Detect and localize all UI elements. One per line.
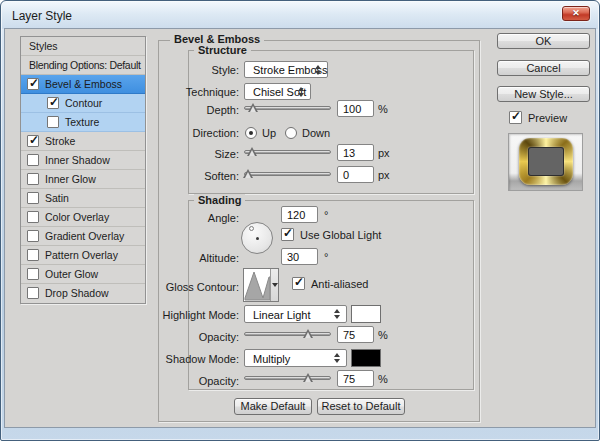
sidebar-item-outer-glow[interactable]: Outer Glow	[21, 265, 145, 284]
checkbox-drop-shadow[interactable]	[27, 287, 39, 299]
highlight-opacity-input[interactable]	[337, 326, 374, 343]
checkbox-inner-glow[interactable]	[27, 173, 39, 185]
close-icon: ✕	[572, 8, 580, 18]
titlebar[interactable]: Layer Style	[2, 2, 598, 29]
sidebar-item-texture[interactable]: Texture	[21, 113, 145, 132]
checkbox-contour[interactable]: ✓	[47, 97, 59, 109]
contour-dropdown-arrow-icon[interactable]	[270, 269, 278, 301]
highlight-opacity-label: Opacity:	[147, 331, 239, 343]
altitude-input[interactable]	[281, 248, 318, 265]
checkbox-stroke[interactable]: ✓	[27, 135, 39, 147]
close-button[interactable]: ✕	[562, 6, 590, 21]
altitude-label: Altitude:	[147, 252, 239, 264]
combo-arrows-icon	[315, 65, 322, 75]
slider-thumb[interactable]	[243, 169, 253, 178]
preview-gold-bevel	[519, 138, 573, 185]
checkbox-color-overlay[interactable]	[27, 211, 39, 223]
gloss-contour-label: Gloss Contour:	[147, 281, 239, 293]
checkbox-outer-glow[interactable]	[27, 268, 39, 280]
slider-thumb[interactable]	[303, 373, 313, 382]
anti-aliased-label: Anti-aliased	[311, 278, 368, 290]
contour-thumbnail-icon	[244, 269, 271, 301]
depth-label: Depth:	[155, 104, 239, 116]
technique-dropdown[interactable]: Chisel Soft	[244, 83, 311, 100]
shadow-mode-label: Shadow Mode:	[147, 353, 239, 365]
checkbox-satin[interactable]	[27, 192, 39, 204]
angle-dial[interactable]	[241, 222, 273, 254]
new-style-button[interactable]: New Style...	[497, 86, 590, 102]
shading-title: Shading	[194, 194, 245, 206]
combo-arrows-icon	[334, 353, 341, 363]
dial-angle-marker[interactable]	[249, 226, 254, 231]
use-global-light-checkbox[interactable]: ✓	[281, 228, 294, 241]
sidebar-item-satin[interactable]: Satin	[21, 189, 145, 208]
sidebar-item-color-overlay[interactable]: Color Overlay	[21, 208, 145, 227]
highlight-color-swatch[interactable]	[351, 305, 381, 323]
technique-label: Technique:	[155, 86, 239, 98]
angle-label: Angle:	[147, 212, 239, 224]
direction-down-radio[interactable]	[285, 127, 297, 139]
shadow-opacity-label: Opacity:	[147, 375, 239, 387]
checkbox-inner-shadow[interactable]	[27, 154, 39, 166]
checkbox-gradient-overlay[interactable]	[27, 230, 39, 242]
size-slider[interactable]	[244, 145, 331, 159]
structure-title: Structure	[194, 44, 251, 56]
shadow-opacity-slider[interactable]	[244, 371, 331, 385]
shadow-mode-dropdown[interactable]: Multiply	[244, 349, 347, 367]
sidebar-item-inner-glow[interactable]: Inner Glow	[21, 170, 145, 189]
sidebar-item-gradient-overlay[interactable]: Gradient Overlay	[21, 227, 145, 246]
direction-up-radio[interactable]	[245, 127, 257, 139]
direction-label: Direction:	[155, 127, 239, 139]
dial-center-dot	[256, 237, 259, 240]
checkbox-pattern-overlay[interactable]	[27, 249, 39, 261]
checkbox-bevel-emboss[interactable]: ✓	[27, 78, 39, 90]
depth-input[interactable]	[337, 100, 374, 117]
shadow-opacity-input[interactable]	[337, 370, 374, 387]
direction-down-label: Down	[302, 127, 330, 139]
use-global-light-label: Use Global Light	[300, 229, 381, 241]
sidebar-item-bevel-emboss[interactable]: ✓ Bevel & Emboss	[21, 75, 145, 94]
size-input[interactable]	[337, 144, 374, 161]
preview-label: Preview	[528, 112, 567, 124]
slider-thumb[interactable]	[248, 103, 258, 112]
highlight-opacity-slider[interactable]	[244, 327, 331, 341]
slider-track[interactable]	[244, 172, 331, 176]
sidebar-item-pattern-overlay[interactable]: Pattern Overlay	[21, 246, 145, 265]
sidebar-item-inner-shadow[interactable]: Inner Shadow	[21, 151, 145, 170]
sidebar-item-drop-shadow[interactable]: Drop Shadow	[21, 284, 145, 303]
slider-thumb[interactable]	[303, 329, 313, 338]
size-unit: px	[378, 147, 390, 159]
gloss-contour-picker[interactable]	[243, 268, 279, 302]
sidebar-item-contour[interactable]: ✓ Contour	[21, 94, 145, 113]
checkbox-texture[interactable]	[47, 116, 59, 128]
depth-unit: %	[378, 103, 388, 115]
highlight-mode-label: Highlight Mode:	[147, 309, 239, 321]
soften-input[interactable]	[337, 166, 374, 183]
slider-track[interactable]	[244, 332, 331, 336]
depth-slider[interactable]	[244, 101, 331, 115]
highlight-mode-dropdown[interactable]: Linear Light	[244, 305, 347, 323]
slider-track[interactable]	[244, 376, 331, 380]
cancel-button[interactable]: Cancel	[497, 60, 590, 76]
style-dropdown[interactable]: Stroke Emboss	[244, 61, 328, 78]
size-label: Size:	[155, 148, 239, 160]
reset-to-default-button[interactable]: Reset to Default	[317, 398, 405, 415]
combo-arrows-icon	[334, 309, 341, 319]
anti-aliased-checkbox[interactable]: ✓	[292, 277, 305, 290]
slider-track[interactable]	[244, 150, 331, 154]
ok-button[interactable]: OK	[497, 33, 590, 49]
make-default-button[interactable]: Make Default	[234, 398, 312, 415]
shadow-color-swatch[interactable]	[351, 349, 381, 367]
slider-thumb[interactable]	[247, 147, 257, 156]
window-title: Layer Style	[12, 9, 72, 23]
direction-up-label: Up	[262, 127, 276, 139]
preview-inner-square	[528, 147, 564, 176]
angle-input[interactable]	[281, 206, 318, 223]
sidebar-item-stroke[interactable]: ✓ Stroke	[21, 132, 145, 151]
altitude-unit: °	[324, 251, 328, 263]
style-label: Style:	[155, 64, 239, 76]
preview-checkbox[interactable]: ✓	[509, 111, 522, 124]
soften-slider[interactable]	[244, 167, 331, 181]
styles-header[interactable]: Styles	[21, 37, 145, 56]
sidebar-item-blending-options[interactable]: Blending Options: Default	[21, 56, 145, 75]
